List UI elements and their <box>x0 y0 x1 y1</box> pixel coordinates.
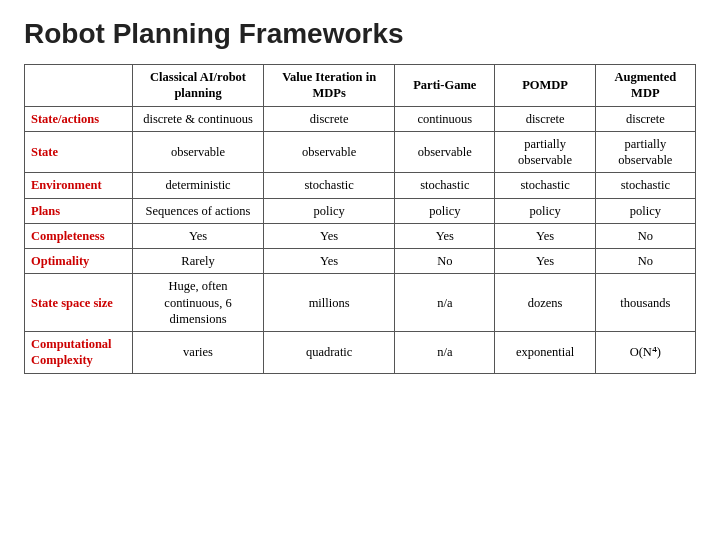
cell-2-3: stochastic <box>395 173 495 198</box>
row-label: Completeness <box>25 223 133 248</box>
header-row: Classical AI/robot planning Value Iterat… <box>25 65 696 107</box>
cell-2-5: stochastic <box>595 173 695 198</box>
row-label: State <box>25 131 133 173</box>
cell-5-3: No <box>395 249 495 274</box>
row-label: Optimality <box>25 249 133 274</box>
cell-7-3: n/a <box>395 332 495 374</box>
cell-0-2: discrete <box>264 106 395 131</box>
cell-4-1: Yes <box>132 223 263 248</box>
table-row: Stateobservableobservableobservableparti… <box>25 131 696 173</box>
cell-6-3: n/a <box>395 274 495 332</box>
table-row: State/actionsdiscrete & continuousdiscre… <box>25 106 696 131</box>
cell-3-5: policy <box>595 198 695 223</box>
cell-0-1: discrete & continuous <box>132 106 263 131</box>
cell-5-1: Rarely <box>132 249 263 274</box>
cell-7-1: varies <box>132 332 263 374</box>
col-header-parti-game: Parti-Game <box>395 65 495 107</box>
cell-1-2: observable <box>264 131 395 173</box>
table-row: OptimalityRarelyYesNoYesNo <box>25 249 696 274</box>
cell-4-5: No <box>595 223 695 248</box>
cell-1-5: partially observable <box>595 131 695 173</box>
row-label: Computational Complexity <box>25 332 133 374</box>
cell-2-2: stochastic <box>264 173 395 198</box>
cell-1-1: observable <box>132 131 263 173</box>
cell-3-1: Sequences of actions <box>132 198 263 223</box>
cell-6-4: dozens <box>495 274 595 332</box>
col-header-pomdp: POMDP <box>495 65 595 107</box>
col-header-value-iteration: Value Iteration in MDPs <box>264 65 395 107</box>
cell-1-3: observable <box>395 131 495 173</box>
cell-0-4: discrete <box>495 106 595 131</box>
cell-6-2: millions <box>264 274 395 332</box>
cell-7-4: exponential <box>495 332 595 374</box>
cell-4-4: Yes <box>495 223 595 248</box>
table-row: PlansSequences of actionspolicypolicypol… <box>25 198 696 223</box>
cell-0-3: continuous <box>395 106 495 131</box>
cell-1-4: partially observable <box>495 131 595 173</box>
cell-3-3: policy <box>395 198 495 223</box>
cell-7-2: quadratic <box>264 332 395 374</box>
cell-5-5: No <box>595 249 695 274</box>
cell-2-1: deterministic <box>132 173 263 198</box>
col-header-classical: Classical AI/robot planning <box>132 65 263 107</box>
cell-4-3: Yes <box>395 223 495 248</box>
comparison-table: Classical AI/robot planning Value Iterat… <box>24 64 696 374</box>
cell-6-1: Huge, often continuous, 6 dimensions <box>132 274 263 332</box>
cell-0-5: discrete <box>595 106 695 131</box>
cell-6-5: thousands <box>595 274 695 332</box>
col-header-empty <box>25 65 133 107</box>
cell-2-4: stochastic <box>495 173 595 198</box>
cell-3-2: policy <box>264 198 395 223</box>
col-header-augmented-mdp: Augmented MDP <box>595 65 695 107</box>
cell-7-5: O(N⁴) <box>595 332 695 374</box>
cell-5-4: Yes <box>495 249 595 274</box>
page-title: Robot Planning Frameworks <box>24 18 696 50</box>
page: Robot Planning Frameworks Classical AI/r… <box>0 0 720 386</box>
table-row: CompletenessYesYesYesYesNo <box>25 223 696 248</box>
row-label: Environment <box>25 173 133 198</box>
row-label: Plans <box>25 198 133 223</box>
row-label: State space size <box>25 274 133 332</box>
table-row: Computational Complexityvariesquadraticn… <box>25 332 696 374</box>
table-row: State space sizeHuge, often continuous, … <box>25 274 696 332</box>
cell-5-2: Yes <box>264 249 395 274</box>
row-label: State/actions <box>25 106 133 131</box>
table-row: Environmentdeterministicstochasticstocha… <box>25 173 696 198</box>
cell-4-2: Yes <box>264 223 395 248</box>
cell-3-4: policy <box>495 198 595 223</box>
